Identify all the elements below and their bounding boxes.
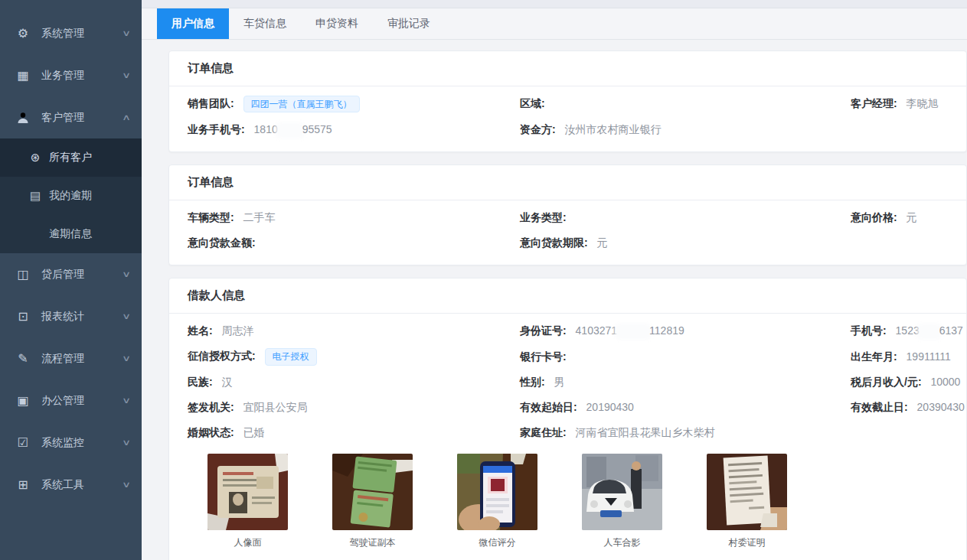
field-value: 宜阳县公安局 (243, 401, 308, 413)
sales-team-tag[interactable]: 四团一营（直属王鹏飞） (243, 96, 360, 112)
monitor-check-icon: ☑ (15, 435, 31, 450)
field-account-manager: 客户经理: 李晓旭 (851, 97, 954, 111)
redaction-blur (618, 327, 648, 337)
field-label: 车辆类型: (188, 211, 234, 223)
photo-caption: 驾驶证副本 (332, 536, 413, 549)
field-funder: 资金方: 汝州市农村商业银行 (520, 123, 851, 137)
box-plus-icon: ⊞ (15, 477, 31, 492)
field-business-type: 业务类型: (520, 211, 851, 225)
field-value: 汝州市农村商业银行 (565, 123, 662, 135)
field-label: 资金方: (520, 123, 556, 135)
card-title: 借款人信息 (169, 278, 966, 314)
sidebar-item-system-monitor[interactable]: ☑ 系统监控 ∨ (0, 422, 142, 464)
photo-caption: 村委证明 (707, 536, 787, 549)
field-value: 男 (554, 376, 565, 388)
photo-green-booklet[interactable]: 驾驶证副本 (332, 454, 413, 549)
field-label: 税后月收入/元: (851, 376, 922, 388)
borrower-info-card: 借款人信息 姓名: 周志洋 身份证号: 4103271112819 手机号: 1… (168, 278, 967, 560)
user-icon (15, 112, 31, 124)
field-label: 区域: (520, 97, 545, 109)
chevron-down-icon: ∨ (122, 28, 131, 38)
chevron-down-icon: ∨ (122, 269, 131, 279)
sidebar-item-label: 我的逾期 (49, 189, 92, 203)
tab-approval-records[interactable]: 审批记录 (373, 8, 445, 39)
chevron-down-icon: ∨ (122, 353, 131, 363)
field-value: 元 (907, 211, 917, 223)
field-label: 身份证号: (520, 324, 567, 337)
field-loan-amount: 意向贷款金额: (188, 236, 520, 250)
field-value: 已婚 (243, 426, 265, 438)
sidebar-item-all-customers[interactable]: ⊛ 所有客户 (0, 138, 142, 177)
field-id-number: 身份证号: 4103271112819 (520, 324, 851, 338)
field-value: 4103271112819 (576, 324, 684, 337)
chevron-down-icon: ∨ (122, 396, 131, 405)
field-label: 意向贷款期限: (520, 236, 588, 249)
sidebar-item-customer-mgmt[interactable]: 客户管理 ∧ (0, 96, 142, 138)
field-value: 15236137 (896, 324, 963, 337)
field-gender: 性别: 男 (520, 376, 851, 389)
sidebar-item-label: 办公管理 (41, 394, 84, 408)
field-credit-auth: 征信授权方式: 电子授权 (188, 348, 520, 365)
sidebar-item-label: 系统管理 (41, 27, 84, 41)
field-label: 客户经理: (851, 97, 897, 109)
order-info-card: 订单信息 销售团队: 四团一营（直属王鹏飞） 区域: 客户经理: 李晓旭 (168, 50, 967, 152)
field-label: 销售团队: (188, 97, 234, 109)
photo-caption: 微信评分 (457, 536, 537, 549)
photo-id-card[interactable]: 人像面 (207, 454, 288, 549)
chevron-up-icon: ∧ (122, 112, 131, 122)
sidebar-item-office-mgmt[interactable]: ▣ 办公管理 ∨ (0, 379, 142, 422)
field-vehicle-type: 车辆类型: 二手车 (188, 211, 520, 225)
sidebar-item-postloan-mgmt[interactable]: ◫ 贷后管理 ∨ (0, 253, 142, 295)
document-icon: ▤ (28, 189, 43, 203)
field-birth-date: 出生年月: 19911111 (851, 350, 954, 364)
sidebar-item-label: 流程管理 (41, 352, 84, 366)
detail-tabs: 用户信息 车贷信息 申贷资料 审批记录 (142, 8, 967, 40)
redaction-blur (920, 327, 939, 337)
main-content: 用户信息 车贷信息 申贷资料 审批记录 订单信息 销售团队: 四团一营（直属王鹏… (142, 0, 967, 560)
credit-auth-tag[interactable]: 电子授权 (265, 348, 317, 365)
photo-phone-qr[interactable]: 微信评分 (457, 454, 537, 549)
customer-submenu: ⊛ 所有客户 ▤ 我的逾期 逾期信息 (0, 138, 142, 253)
photo-person-with-car[interactable]: 人车合影 (582, 454, 662, 549)
sidebar-item-report-stats[interactable]: ⊡ 报表统计 ∨ (0, 295, 142, 337)
sidebar-item-system-mgmt[interactable]: ⚙ 系统管理 ∨ (0, 12, 142, 54)
document-photos: 人像面 (188, 454, 954, 549)
field-ethnicity: 民族: 汉 (188, 376, 520, 389)
field-label: 家庭住址: (520, 426, 567, 438)
field-valid-to: 有效截止日: 20390430 (851, 401, 965, 415)
field-value: 河南省宜阳县花果山乡木柴村 (576, 426, 715, 438)
tab-loan-application-docs[interactable]: 申贷资料 (301, 8, 373, 39)
field-label: 民族: (188, 376, 213, 388)
sidebar-item-my-overdue[interactable]: ▤ 我的逾期 (0, 177, 142, 215)
sidebar-item-label: 贷后管理 (41, 268, 84, 282)
chevron-down-icon: ∨ (122, 438, 131, 448)
field-valid-from: 有效起始日: 20190430 (520, 401, 851, 415)
field-label: 征信授权方式: (188, 350, 256, 362)
sidebar-item-system-tools[interactable]: ⊞ 系统工具 ∨ (0, 464, 142, 506)
field-monthly-income: 税后月收入/元: 10000 (851, 376, 960, 389)
loan-intent-card: 订单信息 车辆类型: 二手车 业务类型: 意向价格: 元 (168, 164, 967, 265)
field-label: 业务类型: (520, 211, 567, 223)
content-area: 订单信息 销售团队: 四团一营（直属王鹏飞） 区域: 客户经理: 李晓旭 (142, 40, 967, 560)
field-value: 20190430 (586, 401, 634, 413)
gear-icon: ⚙ (15, 26, 31, 41)
sidebar: ⚙ 系统管理 ∨ ▦ 业务管理 ∨ 客户管理 ∧ ⊛ 所有客户 ▤ 我的逾期 逾… (0, 0, 142, 560)
field-value: 181095575 (254, 123, 332, 135)
card-title: 订单信息 (169, 165, 966, 200)
sidebar-item-business-mgmt[interactable]: ▦ 业务管理 ∨ (0, 54, 142, 96)
photo-caption: 人车合影 (582, 536, 662, 549)
sidebar-item-overdue-info[interactable]: 逾期信息 (0, 215, 142, 253)
sidebar-item-process-mgmt[interactable]: ✎ 流程管理 ∨ (0, 337, 142, 379)
tab-car-loan-info[interactable]: 车贷信息 (229, 8, 301, 39)
edit-clipboard-icon: ✎ (15, 351, 31, 366)
field-sales-team: 销售团队: 四团一营（直属王鹏飞） (188, 96, 520, 112)
chevron-down-icon: ∨ (122, 70, 131, 80)
photo-handwritten-doc[interactable]: 村委证明 (707, 454, 787, 549)
redaction-blur (279, 125, 302, 135)
field-value: 二手车 (243, 211, 276, 223)
field-mobile: 手机号: 15236137 (851, 324, 963, 338)
field-home-address: 家庭住址: 河南省宜阳县花果山乡木柴村 (520, 426, 851, 440)
tab-user-info[interactable]: 用户信息 (157, 8, 229, 39)
field-label: 婚姻状态: (188, 426, 234, 438)
sidebar-item-label: 客户管理 (41, 111, 84, 125)
